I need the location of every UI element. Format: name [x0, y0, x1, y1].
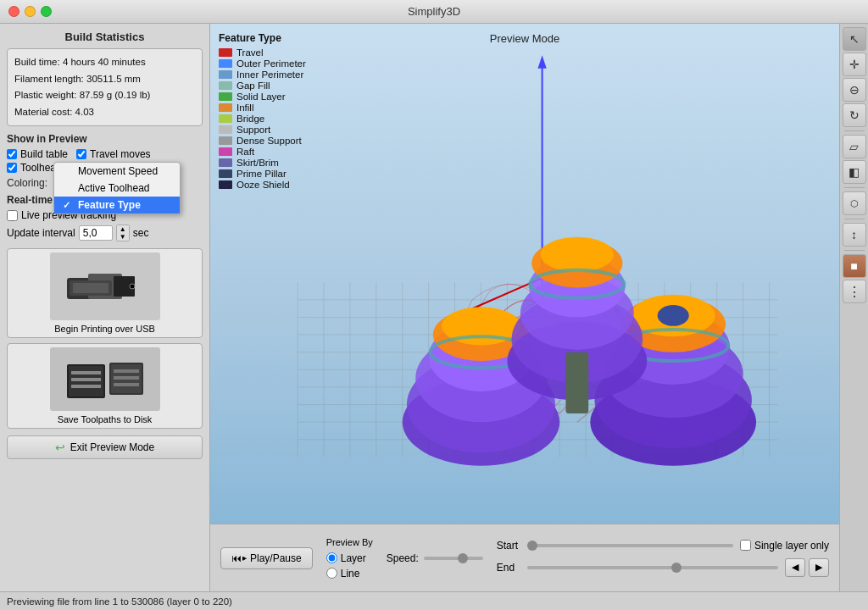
svg-point-63 [658, 305, 689, 326]
live-tracking-checkbox[interactable] [7, 210, 18, 221]
toolhead-checkbox[interactable] [7, 163, 17, 173]
preview-by-section: Preview By Layer Line [326, 537, 373, 580]
refresh-tool[interactable]: ↻ [843, 103, 866, 127]
toolbar-separator-4 [844, 250, 865, 251]
left-panel: Build Statistics Build time: 4 hours 40 … [0, 24, 210, 591]
stepper-down[interactable]: ▼ [117, 233, 129, 241]
speed-slider[interactable] [424, 557, 483, 560]
center-area: Feature Type Travel Outer Perimeter Inne… [210, 24, 839, 591]
zoom-tool[interactable]: ⊖ [843, 78, 866, 102]
single-layer-label: Single layer only [754, 540, 829, 552]
layer-radio[interactable] [326, 552, 337, 563]
interval-unit: sec [133, 227, 149, 239]
svg-rect-14 [114, 376, 139, 380]
nav-buttons: ◀ ▶ [785, 558, 829, 577]
status-message: Previewing file from line 1 to 530086 (l… [7, 596, 232, 607]
end-label: End [497, 562, 520, 574]
feature-type-check: ✓ [63, 200, 75, 211]
movement-speed-label: Movement Speed [78, 165, 158, 177]
build-table-checkbox[interactable] [7, 149, 17, 159]
toolbar-separator-2 [844, 187, 865, 188]
movement-speed-option[interactable]: Movement Speed [54, 163, 180, 180]
svg-point-5 [130, 284, 135, 289]
svg-rect-72 [565, 352, 588, 413]
cube-view-tool[interactable]: ⬡ [843, 191, 866, 215]
play-icon: ⏮▶ [231, 552, 247, 564]
view-top-tool[interactable]: ▱ [843, 135, 866, 158]
usb-image [50, 252, 160, 320]
travel-moves-checkbox[interactable] [76, 149, 86, 159]
bottom-controls: ⏮▶ Play/Pause Preview By Layer Line Spee… [210, 524, 839, 591]
disk-icon [63, 356, 147, 402]
interval-stepper: ▲ ▼ [116, 225, 130, 241]
line-radio[interactable] [326, 568, 337, 579]
build-table-label: Build table [20, 148, 68, 160]
svg-rect-8 [71, 371, 101, 374]
usb-label: Begin Printing over USB [11, 324, 198, 334]
toolbar-separator-1 [844, 130, 865, 131]
render-solid-tool[interactable]: ■ [843, 254, 866, 278]
viewport[interactable]: Feature Type Travel Outer Perimeter Inne… [210, 24, 839, 524]
speed-label: Speed: [387, 552, 419, 564]
material-cost-stat: Material cost: 4.03 [14, 104, 195, 121]
next-button[interactable]: ▶ [809, 558, 829, 577]
play-pause-label: Play/Pause [250, 552, 302, 564]
line-radio-row[interactable]: Line [326, 568, 373, 580]
right-toolbar: ↖ ✛ ⊖ ↻ ▱ ◧ ⬡ ↕ ■ ⋮ [839, 24, 868, 591]
start-slider[interactable] [527, 544, 733, 547]
active-toolhead-label: Active Toolhead [78, 182, 150, 194]
start-row: Start Single layer only [497, 540, 829, 552]
exit-icon: ↩ [55, 441, 65, 454]
plastic-weight-stat: Plastic weight: 87.59 g (0.19 lb) [14, 87, 195, 104]
more-options-tool[interactable]: ⋮ [843, 280, 866, 303]
feature-type-option[interactable]: ✓ Feature Type [54, 197, 180, 214]
usb-icon [63, 261, 147, 312]
preview-by-label: Preview By [326, 537, 373, 547]
single-layer-checkbox[interactable] [740, 540, 751, 551]
show-in-preview-label: Show in Preview [7, 133, 203, 145]
coloring-row: Coloring: Movement Speed Active Toolhead… [7, 177, 203, 189]
status-bar: Previewing file from line 1 to 530086 (l… [0, 591, 868, 610]
usb-card[interactable]: Begin Printing over USB [7, 248, 203, 338]
disk-card[interactable]: Save Toolpaths to Disk [7, 343, 203, 429]
prev-button[interactable]: ◀ [785, 558, 805, 577]
svg-rect-4 [73, 283, 108, 293]
svg-marker-45 [537, 55, 546, 68]
layer-label: Layer [341, 552, 366, 564]
toolbar-separator-3 [844, 219, 865, 219]
exit-preview-button[interactable]: ↩ Exit Preview Mode [7, 435, 203, 459]
travel-moves-label: Travel moves [90, 148, 151, 160]
play-pause-button[interactable]: ⏮▶ Play/Pause [220, 547, 313, 569]
cursor-tool[interactable]: ↖ [843, 27, 866, 51]
single-layer-label-row[interactable]: Single layer only [740, 540, 829, 552]
end-slider[interactable] [527, 566, 778, 569]
layer-radio-row[interactable]: Layer [326, 552, 373, 564]
main-layout: Build Statistics Build time: 4 hours 40 … [0, 24, 868, 591]
maximize-button[interactable] [41, 6, 52, 17]
interval-label: Update interval [7, 227, 75, 239]
stepper-up[interactable]: ▲ [117, 225, 129, 233]
build-statistics-box: Build time: 4 hours 40 minutes Filament … [7, 48, 203, 126]
disk-label: Save Toolpaths to Disk [11, 414, 198, 424]
coloring-dropdown[interactable]: Movement Speed Active Toolhead ✓ Feature… [53, 162, 181, 214]
interval-input[interactable] [79, 225, 113, 241]
range-section: Start Single layer only End ◀ ▶ [497, 540, 829, 577]
line-label: Line [341, 568, 360, 580]
start-label: Start [497, 540, 520, 552]
interval-row: Update interval ▲ ▼ sec [7, 225, 203, 241]
speed-row: Speed: [387, 552, 483, 564]
end-row: End ◀ ▶ [497, 558, 829, 577]
minimize-button[interactable] [25, 6, 36, 17]
filament-length-stat: Filament length: 30511.5 mm [14, 71, 195, 88]
coloring-label: Coloring: [7, 177, 47, 189]
active-toolhead-option[interactable]: Active Toolhead [54, 180, 180, 197]
feature-type-label: Feature Type [78, 199, 141, 211]
move-tool[interactable]: ✛ [843, 53, 866, 76]
svg-rect-10 [71, 385, 101, 388]
titlebar: Simplify3D [0, 0, 868, 24]
exit-label: Exit Preview Mode [70, 441, 154, 453]
close-button[interactable] [8, 6, 19, 17]
view-3d-tool[interactable]: ◧ [843, 160, 866, 184]
app-title: Simplify3D [408, 5, 460, 18]
axis-y-tool[interactable]: ↕ [843, 223, 866, 247]
